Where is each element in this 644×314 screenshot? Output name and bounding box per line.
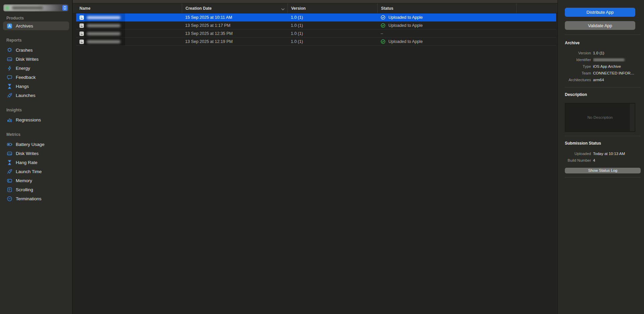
bolt-icon bbox=[7, 65, 12, 71]
sidebar-item-label: Hangs bbox=[16, 84, 29, 89]
sidebar-item-archives[interactable]: Archives bbox=[3, 21, 69, 30]
project-selector-redacted-value bbox=[3, 4, 68, 11]
archives-table: 15 Sep 2025 at 10:11 AM1.0 (1)Uploaded t… bbox=[76, 13, 556, 46]
project-selector[interactable] bbox=[3, 4, 68, 11]
version-cell: 1.0 (1) bbox=[287, 23, 377, 28]
status-cell: Uploaded to Apple bbox=[377, 23, 516, 28]
field-value: iOS App Archive bbox=[593, 64, 644, 68]
xcode-organizer-window: ProductsArchivesReportsCrashesDisk Write… bbox=[0, 0, 644, 314]
scroll-icon bbox=[7, 187, 12, 193]
field-label: Version bbox=[565, 51, 591, 55]
up-down-chevrons-icon[interactable] bbox=[62, 5, 67, 11]
sidebar-item-label: Crashes bbox=[16, 48, 33, 53]
sidebar-item-feedback[interactable]: Feedback bbox=[0, 73, 72, 82]
sidebar-item-memory[interactable]: Memory bbox=[0, 176, 72, 185]
field-value: arm64 bbox=[593, 78, 644, 82]
validate-app-button[interactable]: Validate App bbox=[565, 21, 635, 30]
app-badge-icon bbox=[5, 6, 9, 10]
distribute-app-button[interactable]: Distribute App bbox=[565, 8, 635, 17]
no-description-placeholder: No Description bbox=[587, 115, 612, 119]
sidebar-item-label: Disk Writes bbox=[16, 151, 39, 156]
toolbar-strip bbox=[73, 0, 557, 3]
field-build-number: Build Number4 bbox=[565, 157, 644, 164]
field-uploaded: UploadedToday at 10:13 AM bbox=[565, 150, 644, 157]
rocket-icon bbox=[7, 169, 12, 174]
sidebar-item-crashes[interactable]: Crashes bbox=[0, 46, 72, 55]
sidebar-item-label: Launches bbox=[16, 93, 36, 98]
sidebar-item-battery-usage[interactable]: Battery Usage bbox=[0, 140, 72, 149]
archive-row[interactable]: 13 Sep 2025 at 12:35 PM1.0 (1)– bbox=[76, 30, 556, 38]
sidebar-item-scrolling[interactable]: Scrolling bbox=[0, 185, 72, 194]
sidebar-item-label: Feedback bbox=[16, 75, 36, 80]
status-cell: Uploaded to Apple bbox=[377, 39, 516, 44]
field-type: TypeiOS App Archive bbox=[565, 63, 644, 70]
sidebar-item-label: Archives bbox=[16, 23, 33, 29]
status-text: – bbox=[381, 31, 383, 36]
inspector-panel: Distribute App Validate App Archive Vers… bbox=[557, 0, 644, 314]
redacted-app-name bbox=[87, 32, 120, 35]
field-label: Uploaded bbox=[565, 152, 591, 156]
field-value: Today at 10:13 AM bbox=[593, 152, 644, 156]
status-text: Uploaded to Apple bbox=[388, 23, 423, 28]
sidebar-item-launch-time[interactable]: Launch Time bbox=[0, 167, 72, 176]
redacted-value bbox=[593, 58, 625, 61]
show-status-log-button[interactable]: Show Status Log bbox=[565, 168, 641, 173]
rocket-icon bbox=[7, 93, 12, 98]
creation-date-cell: 15 Sep 2025 at 10:11 AM bbox=[182, 15, 287, 20]
sidebar-item-label: Hang Rate bbox=[16, 160, 38, 165]
archives-list-pane: NameCreation DateVersionStatus 15 Sep 20… bbox=[73, 0, 557, 314]
field-label: Identifier bbox=[565, 58, 591, 62]
check-circle-icon bbox=[381, 15, 385, 20]
bubble-icon bbox=[7, 74, 12, 80]
table-header: NameCreation DateVersionStatus bbox=[73, 3, 557, 13]
sidebar-item-label: Scrolling bbox=[16, 187, 33, 192]
app-archive-icon bbox=[79, 23, 84, 28]
sidebar-item-terminations[interactable]: Terminations bbox=[0, 194, 72, 203]
field-value: CONNECTED INFOR… bbox=[593, 71, 644, 75]
hourglass-icon bbox=[7, 84, 12, 89]
column-header-name[interactable]: Name bbox=[76, 3, 182, 13]
field-label: Team bbox=[565, 71, 591, 75]
column-header-empty bbox=[516, 3, 557, 13]
column-header-version[interactable]: Version bbox=[287, 3, 377, 13]
disk-icon bbox=[7, 56, 12, 62]
archive-row[interactable]: 15 Sep 2025 at 10:11 AM1.0 (1)Uploaded t… bbox=[76, 13, 556, 21]
bars-icon bbox=[7, 117, 12, 123]
archive-row[interactable]: 13 Sep 2025 at 1:17 PM1.0 (1)Uploaded to… bbox=[76, 21, 556, 30]
sidebar-item-launches[interactable]: Launches bbox=[0, 91, 72, 100]
field-label: Build Number bbox=[565, 158, 591, 162]
archive-fields: Version1.0 (1)IdentifierTypeiOS App Arch… bbox=[565, 50, 644, 83]
version-cell: 1.0 (1) bbox=[287, 31, 377, 36]
app-archive-icon bbox=[79, 15, 84, 20]
field-label: Type bbox=[565, 64, 591, 68]
column-header-creation-date[interactable]: Creation Date bbox=[182, 3, 287, 13]
sidebar-item-disk-writes[interactable]: Disk Writes bbox=[0, 149, 72, 158]
disk-icon bbox=[7, 151, 12, 156]
sidebar-section-label-metrics: Metrics bbox=[6, 132, 72, 137]
status-cell: – bbox=[377, 31, 516, 36]
sidebar-item-hang-rate[interactable]: Hang Rate bbox=[0, 158, 72, 167]
archive-row[interactable]: 13 Sep 2025 at 12:19 PM1.0 (1)Uploaded t… bbox=[76, 38, 556, 46]
sidebar-item-label: Energy bbox=[16, 66, 30, 71]
archive-name-cell bbox=[76, 38, 182, 46]
sidebar-item-label: Memory bbox=[16, 178, 32, 183]
sidebar-section-label-insights: Insights bbox=[6, 107, 72, 113]
field-value: 4 bbox=[593, 158, 644, 162]
redacted-text bbox=[12, 6, 43, 9]
sidebar-item-regressions[interactable]: Regressions bbox=[0, 115, 72, 124]
divider bbox=[565, 87, 641, 88]
sidebar-item-label: Terminations bbox=[16, 196, 42, 201]
sidebar-item-disk-writes[interactable]: Disk Writes bbox=[0, 55, 72, 64]
version-cell: 1.0 (1) bbox=[287, 15, 377, 20]
app-archive-icon bbox=[79, 40, 84, 44]
sidebar-item-hangs[interactable]: Hangs bbox=[0, 82, 72, 91]
status-text: Uploaded to Apple bbox=[388, 39, 423, 44]
status-cell: Uploaded to Apple bbox=[377, 15, 516, 20]
sidebar-item-energy[interactable]: Energy bbox=[0, 64, 72, 73]
column-header-status[interactable]: Status bbox=[377, 3, 516, 13]
hourglass-icon bbox=[7, 160, 12, 165]
submission-status-title: Submission Status bbox=[565, 141, 644, 146]
field-version: Version1.0 (1) bbox=[565, 50, 644, 56]
archive-icon bbox=[7, 23, 12, 29]
field-architectures: Architecturesarm64 bbox=[565, 76, 644, 83]
